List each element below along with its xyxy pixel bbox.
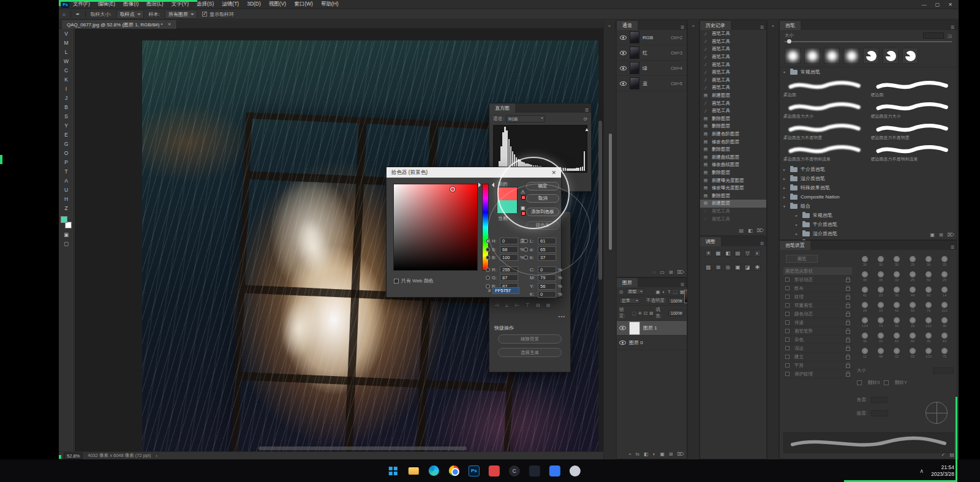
history-entry[interactable]: ▤ 删除图层 [700,192,766,200]
panel-footer-icon[interactable]: ⊞ [939,232,943,238]
eyedropper-tool-icon[interactable]: ✒ [76,12,80,17]
brush-option-item[interactable]: 杂色 [783,336,852,344]
brush-tip-option[interactable]: 32 [889,345,905,361]
field-input[interactable]: 56 [538,283,556,290]
panel-footer-icon[interactable]: ⌦ [677,269,684,275]
brush-tip-option[interactable]: 42 [889,299,905,315]
hex-input[interactable]: FF5757 [492,287,519,294]
panel-footer-icon[interactable]: ⊞ [669,269,673,275]
color-libraries-button[interactable]: 颜色库 [526,221,559,230]
brush-tip-option[interactable]: 33 [873,299,889,315]
history-entry[interactable]: ⁄ 画笔工具 [700,61,766,69]
tool-button[interactable]: A [59,176,74,185]
channel-row[interactable]: RGB Ctrl+2 [617,30,687,45]
chevron-icon[interactable]: ▸ [796,213,799,217]
tool-button[interactable]: G [59,139,74,148]
tab-brushes[interactable]: 画笔 [780,21,801,30]
radio-icon[interactable] [486,268,490,272]
history-entry[interactable]: ▤ 删除图层 [700,122,766,130]
brush-tip-option[interactable]: 44 [905,284,921,299]
panel-footer-icon[interactable]: ⌁ [628,451,631,457]
brush-tip-option[interactable]: 30 [857,254,873,269]
align-icon[interactable]: ⊤ [526,303,530,308]
channel-row[interactable]: 蓝 Ctrl+5 [617,76,687,91]
tool-button[interactable]: B [59,102,74,111]
lock-icon[interactable] [846,277,850,282]
angle-roundness-control[interactable] [925,402,948,424]
brush-tip-option[interactable]: 36 [857,269,873,284]
brushes-button[interactable]: 画笔 [786,255,818,263]
recent-brush-thumbnail[interactable] [883,48,899,64]
tray-expand-icon[interactable]: ∧ [920,468,924,474]
brush-preset[interactable]: 硬边圆 [871,78,954,99]
brush-tip-option[interactable]: 25 [937,269,952,284]
brush-folder-row[interactable]: ▸ 常规画笔 [780,211,957,220]
layer-row[interactable]: 图层 0 [617,336,687,350]
brush-tip-option[interactable]: 14 [937,284,952,299]
brush-tip-option[interactable]: 30 [873,254,889,269]
add-to-swatches-button[interactable]: 添加到色板 [526,208,559,216]
recent-brush-thumbnail[interactable] [902,48,918,64]
history-entry[interactable]: ⁄ 画笔工具 [700,107,766,115]
dock-scrollbar[interactable] [609,134,612,250]
tab-history[interactable]: 历史记录 [700,21,731,30]
field-input[interactable]: 79 [538,274,556,281]
radio-icon[interactable] [486,255,490,260]
brush-tip-option[interactable]: 23 [873,284,889,299]
align-icon[interactable]: ⊞ [546,303,551,308]
canvas-horizontal-scrollbar[interactable] [258,446,467,450]
web-safe-swatch[interactable] [521,211,526,216]
brush-angle-icon[interactable]: ◳ [948,33,952,39]
adjustment-preset-icon[interactable]: ◪ [744,264,751,271]
lock-icon[interactable] [846,285,850,291]
brush-option-item[interactable]: 颜色动态 [783,310,852,318]
brush-tip-option[interactable]: 55 [905,345,921,361]
window-control-button[interactable]: — [922,2,927,7]
foreground-color-swatch[interactable] [61,216,67,223]
tool-button[interactable]: U [59,185,74,194]
brush-option-item[interactable]: 建立 [783,353,852,361]
tab-close-icon[interactable]: ✕ [168,22,172,27]
brush-option-item[interactable]: 画笔笔势 [783,327,852,336]
radio-icon[interactable] [486,247,490,252]
menu-item[interactable]: 滤镜(T) [222,1,239,8]
panel-menu-icon[interactable]: ☰ [951,245,957,250]
history-entry[interactable]: ⁄ 画笔工具 [700,30,766,38]
checkbox-icon[interactable] [785,312,790,316]
brush-folder-row[interactable]: ▾ 组合 [780,201,957,211]
brush-tip-option[interactable]: 192 [921,315,937,330]
history-entry[interactable]: ⁄ 画笔工具 [700,208,766,216]
tab-channels[interactable]: 通道 [617,21,638,30]
brush-option-item[interactable]: 纹理 [783,293,852,301]
brush-size-field[interactable] [923,32,944,39]
visibility-eye-icon[interactable] [620,36,627,40]
tool-button[interactable]: O [59,148,74,157]
collapse-dock-icon[interactable]: « [604,20,615,28]
tool-button[interactable]: H [59,194,74,203]
lock-icon[interactable] [846,328,850,334]
align-icon[interactable]: ⊣ [494,303,499,308]
chevron-icon[interactable]: ▸ [796,232,799,236]
brush-tip-option[interactable]: 29 [905,315,921,330]
checkbox-icon[interactable] [857,380,862,385]
color-swatches[interactable] [61,216,72,228]
panel-menu-icon[interactable]: ☰ [951,25,957,30]
brush-tip-option[interactable]: 11 [857,345,873,361]
brush-tip-shape-item[interactable]: 画笔笔尖形状 [783,267,852,276]
brush-preset[interactable]: 柔边圆 [783,78,866,99]
chevron-icon[interactable]: ▾ [783,204,787,208]
filter-icon[interactable]: ▦ [680,289,684,295]
panel-footer-icon[interactable]: ◧ [644,451,649,457]
field-input[interactable]: 61 [538,238,556,244]
tool-button[interactable]: Y [59,121,74,130]
brush-preset[interactable]: 硬边圆压力大小 [871,99,954,121]
dialog-close-icon[interactable]: ✕ [551,170,556,176]
brush-preset[interactable]: 柔边圆压力不透明和流量 [783,142,866,164]
visibility-eye-icon[interactable] [619,326,626,330]
checkbox-icon[interactable] [884,380,889,385]
lock-icon[interactable]: ⬚ [632,311,636,316]
canvas-vertical-scrollbar[interactable] [598,121,602,280]
adjustment-preset-icon[interactable]: ▣ [734,264,741,271]
field-input[interactable]: 0 [500,238,518,244]
recent-brush-thumbnail[interactable] [785,48,801,64]
